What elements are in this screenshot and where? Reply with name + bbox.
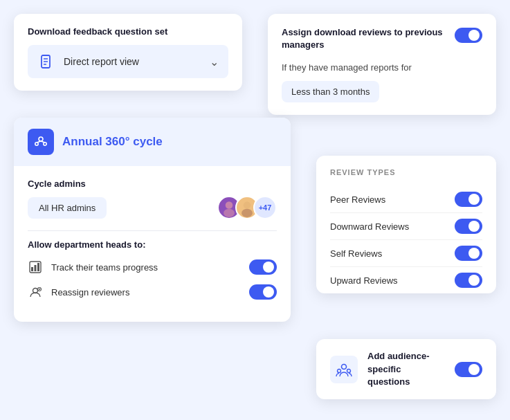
review-types-heading: REVIEW TYPES [330,168,482,176]
svg-point-4 [39,137,43,141]
track-progress-toggle[interactable] [249,259,277,275]
peer-reviews-row: Peer Reviews [330,186,482,213]
audience-toggle[interactable] [455,362,482,377]
annual-360-icon [28,129,54,155]
reassign-reviewers-label: Reassign reviewers [51,287,241,298]
cycle-admins-label: Cycle admins [28,179,277,189]
svg-point-6 [44,143,46,145]
avatar-group: +47 [217,196,277,219]
svg-point-21 [342,364,347,369]
svg-rect-14 [31,267,33,271]
downward-reviews-toggle[interactable] [455,219,482,234]
download-feedback-card: Download feedback question set Direct re… [14,14,242,91]
chart-icon [28,259,43,275]
upward-reviews-label: Upward Reviews [330,275,398,286]
reassign-toggle[interactable] [249,284,277,300]
audience-label: Add audience-specific questions [367,350,445,388]
svg-point-12 [242,209,253,217]
downward-reviews-label: Downward Reviews [330,221,409,232]
annual-card-body: Cycle admins All HR admins +47 [14,166,291,322]
self-reviews-label: Self Reviews [330,248,382,259]
assign-reviews-card: Assign download reviews to previous mana… [268,14,496,115]
upward-reviews-row: Upward Reviews [330,267,482,293]
chevron-down-icon: ⌄ [210,55,219,69]
assign-card-title: Assign download reviews to previous mana… [282,26,455,51]
assign-header-row: Assign download reviews to previous mana… [282,26,482,57]
permission-row-track: Track their teams progress [28,259,277,275]
duration-badge[interactable]: Less than 3 months [282,81,379,102]
upward-reviews-toggle[interactable] [455,273,482,288]
svg-point-10 [224,209,235,217]
track-progress-label: Track their teams progress [51,262,241,273]
avatar-count-badge: +47 [253,196,277,219]
permission-row-reassign: Reassign reviewers [28,284,277,300]
downward-reviews-row: Downward Reviews [330,213,482,240]
review-types-card: REVIEW TYPES Peer Reviews Downward Revie… [316,156,496,293]
svg-point-23 [347,369,351,372]
audience-icon [330,356,358,383]
all-hr-admins-badge: All HR admins [28,197,107,219]
divider [28,230,277,231]
document-icon [37,52,57,71]
svg-line-8 [41,141,45,143]
svg-rect-15 [35,265,37,271]
download-card-title: Download feedback question set [28,26,228,37]
svg-rect-16 [37,263,39,271]
direct-report-dropdown[interactable]: Direct report view ⌄ [28,45,228,78]
svg-point-11 [244,201,251,209]
annual-360-title: Annual 360° cycle [62,135,163,149]
dropdown-selected-label: Direct report view [64,56,203,67]
svg-point-22 [338,369,341,372]
cycle-admins-row: All HR admins +47 [28,196,277,219]
allow-dept-heads-label: Allow department heads to: [28,239,277,250]
assign-subtitle: If they have managed reports for [282,62,482,73]
self-reviews-toggle[interactable] [455,246,482,261]
reassign-icon [28,284,43,300]
self-reviews-row: Self Reviews [330,240,482,267]
assign-reviews-toggle[interactable] [455,28,482,43]
annual-card-header: Annual 360° cycle [14,118,291,166]
audience-card: Add audience-specific questions [316,339,496,399]
peer-reviews-toggle[interactable] [455,192,482,207]
svg-point-9 [226,201,233,209]
svg-point-5 [35,143,38,145]
peer-reviews-label: Peer Reviews [330,194,385,205]
annual-360-card: Annual 360° cycle Cycle admins All HR ad… [14,118,291,322]
svg-line-7 [37,141,41,143]
